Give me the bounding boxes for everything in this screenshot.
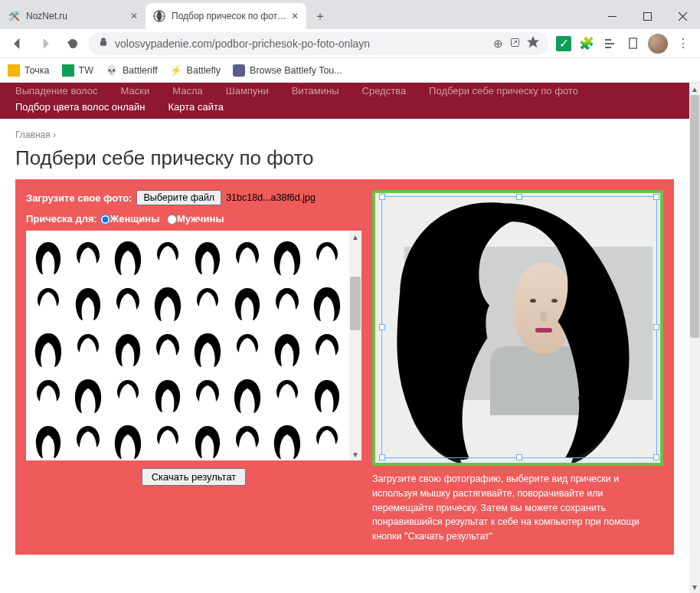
choose-file-button[interactable]: Выберите файл: [136, 190, 221, 205]
reload-button[interactable]: [61, 32, 84, 55]
back-button[interactable]: [6, 32, 29, 55]
download-result-button[interactable]: Скачать результат: [142, 468, 247, 486]
resize-handle[interactable]: [379, 454, 385, 460]
hairstyle-thumb[interactable]: [230, 419, 265, 460]
hairstyle-thumb[interactable]: [190, 327, 225, 370]
hairstyle-thumb[interactable]: [31, 373, 66, 416]
nav-link[interactable]: Шампуни: [226, 85, 269, 97]
nav-link[interactable]: Подбор цвета волос онлайн: [15, 101, 146, 113]
browser-tab-active[interactable]: Подбор причесок по фото онла ✕: [146, 3, 306, 29]
hairstyle-thumb[interactable]: [190, 281, 225, 324]
hairstyle-thumb[interactable]: [31, 327, 66, 370]
bookmark-tw[interactable]: TW: [62, 64, 93, 77]
close-icon[interactable]: ✕: [291, 11, 299, 21]
scroll-down-icon[interactable]: ▼: [349, 448, 361, 460]
preview-canvas[interactable]: [372, 190, 663, 466]
resize-handle[interactable]: [653, 194, 659, 200]
maximize-button[interactable]: [630, 3, 665, 29]
hairstyle-thumb[interactable]: [309, 327, 345, 370]
hairstyle-thumb[interactable]: [150, 235, 185, 278]
resize-handle[interactable]: [379, 194, 385, 200]
hairstyle-thumb[interactable]: [110, 419, 146, 460]
address-bar[interactable]: volosvypadenie.com/podbor-prichesok-po-f…: [89, 32, 548, 55]
scroll-down-icon[interactable]: ▼: [689, 581, 700, 593]
hairstyle-thumb[interactable]: [270, 281, 305, 324]
hairstyle-thumb[interactable]: [230, 235, 265, 278]
hairstyle-thumb[interactable]: [150, 419, 185, 460]
share-icon[interactable]: [509, 37, 521, 51]
hairstyle-thumb[interactable]: [309, 373, 345, 416]
selection-box[interactable]: [381, 196, 657, 458]
hairstyle-thumb[interactable]: [110, 281, 146, 324]
profile-avatar[interactable]: [648, 34, 668, 54]
hairstyle-thumb[interactable]: [230, 373, 265, 416]
hairstyle-thumb[interactable]: [270, 373, 305, 416]
hairstyle-thumb[interactable]: [309, 419, 345, 460]
nav-link[interactable]: Средства: [362, 85, 407, 97]
hairstyle-thumb[interactable]: [230, 327, 265, 370]
resize-handle[interactable]: [516, 454, 522, 460]
hairstyle-thumb[interactable]: [150, 327, 185, 370]
hairstyle-thumb[interactable]: [110, 327, 146, 370]
hairstyle-thumb[interactable]: [190, 235, 225, 278]
note-icon[interactable]: [625, 36, 640, 51]
hairstyle-thumb[interactable]: [230, 281, 265, 324]
hairstyle-thumb[interactable]: [270, 327, 305, 370]
forward-button[interactable]: [34, 32, 57, 55]
hairstyle-thumb[interactable]: [309, 281, 345, 324]
scroll-up-icon[interactable]: ▲: [689, 83, 700, 95]
resize-handle[interactable]: [379, 324, 385, 330]
nav-link[interactable]: Маски: [121, 85, 150, 97]
hairstyle-thumb[interactable]: [309, 235, 345, 278]
bookmark-battlefy[interactable]: Browse Battlefy Tou...: [233, 64, 342, 77]
nav-link[interactable]: Масла: [172, 85, 203, 97]
menu-icon[interactable]: ⋮: [675, 36, 691, 51]
bookmark-tochka[interactable]: Точка: [8, 64, 50, 77]
gender-option-male[interactable]: Мужчины: [167, 213, 224, 224]
nav-link[interactable]: Подбери себе прическу по фото: [429, 85, 578, 97]
hairstyle-thumb[interactable]: [190, 419, 225, 460]
scroll-up-icon[interactable]: ▲: [349, 231, 361, 243]
nav-link[interactable]: Витамины: [292, 85, 339, 97]
nav-link[interactable]: Выпадение волос: [15, 85, 98, 97]
resize-handle[interactable]: [516, 194, 522, 200]
hairstyle-thumb[interactable]: [70, 327, 106, 370]
resize-handle[interactable]: [653, 454, 659, 460]
upload-label: Загрузите свое фото:: [26, 192, 132, 204]
star-icon[interactable]: [527, 36, 539, 51]
hairstyle-thumb[interactable]: [31, 235, 66, 278]
hairstyle-thumb[interactable]: [70, 419, 106, 460]
new-tab-button[interactable]: ＋: [309, 5, 331, 27]
check-icon[interactable]: ✓: [556, 36, 571, 51]
hairstyle-thumb[interactable]: [270, 235, 305, 278]
minimize-button[interactable]: [594, 3, 630, 29]
bookmark-battleriff[interactable]: 💀Battleriff: [106, 64, 158, 77]
nav-link[interactable]: Карта сайта: [168, 101, 224, 113]
close-window-button[interactable]: [665, 3, 700, 29]
list-icon[interactable]: [602, 36, 617, 51]
browser-tab-noznet[interactable]: 🛠️ NozNet.ru ✕: [0, 3, 146, 29]
gender-option-female[interactable]: Женщины: [100, 213, 160, 224]
hairstyle-thumb[interactable]: [31, 281, 66, 324]
hairstyle-thumb[interactable]: [31, 419, 66, 460]
close-icon[interactable]: ✕: [130, 11, 138, 21]
gallery-scrollbar[interactable]: ▲ ▼: [349, 231, 361, 460]
hairstyle-thumb[interactable]: [110, 373, 146, 416]
hairstyle-thumb[interactable]: [270, 419, 305, 460]
scrollbar-thumb[interactable]: [350, 277, 361, 330]
breadcrumb[interactable]: Главная ›: [15, 129, 674, 140]
bookmark-battlefly[interactable]: ⚡Battlefly: [170, 64, 221, 77]
hairstyle-thumb[interactable]: [150, 373, 185, 416]
page-scrollbar[interactable]: ▲ ▼: [689, 83, 700, 593]
search-icon[interactable]: ⊕: [493, 37, 503, 51]
puzzle-icon[interactable]: 🧩: [579, 36, 594, 51]
upload-row: Загрузите свое фото: Выберите файл 31bc1…: [26, 190, 361, 205]
hairstyle-thumb[interactable]: [70, 373, 106, 416]
resize-handle[interactable]: [653, 324, 659, 330]
hairstyle-thumb[interactable]: [70, 235, 106, 278]
scrollbar-thumb[interactable]: [690, 95, 699, 338]
hairstyle-thumb[interactable]: [190, 373, 225, 416]
hairstyle-thumb[interactable]: [110, 235, 146, 278]
hairstyle-thumb[interactable]: [70, 281, 106, 324]
hairstyle-thumb[interactable]: [150, 281, 185, 324]
